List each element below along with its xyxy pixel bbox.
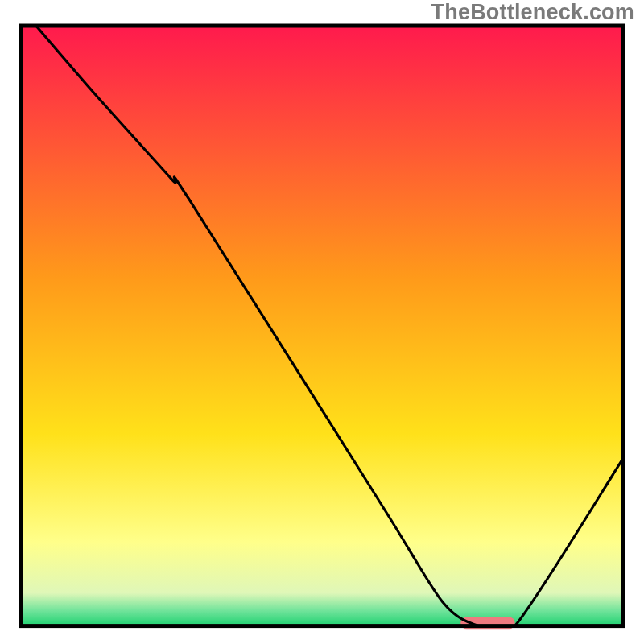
page-root: { "watermark": "TheBottleneck.com", "cha… [0,0,644,644]
chart-container [0,0,644,644]
chart-svg [0,0,644,644]
chart-background-gradient [21,26,624,626]
